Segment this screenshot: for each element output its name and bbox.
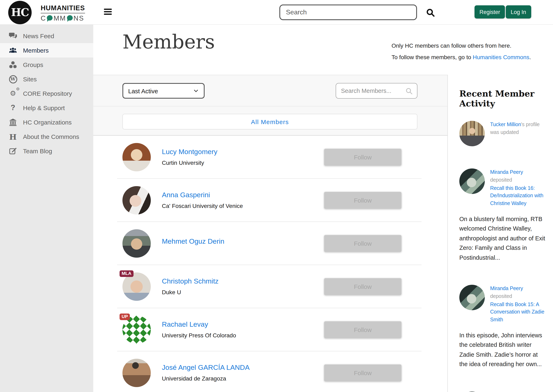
avatar[interactable] (459, 121, 485, 146)
menu-toggle-button[interactable] (104, 9, 112, 16)
follow-button[interactable]: Follow (324, 192, 401, 209)
members-icon (8, 46, 18, 55)
sidebar-item-core-repository[interactable]: ⚙⚙ CORE Repository (0, 86, 93, 101)
members-directory: Last Active All Members (93, 75, 447, 392)
sidebar-item-label: HC Organizations (23, 119, 72, 126)
speech-bubble-icon (67, 15, 73, 21)
member-row: MLA Christoph Schmitz Duke U Follow (117, 265, 422, 308)
gears-icon: ⚙⚙ (8, 89, 18, 98)
top-header: HC HUMANITIES CMMNS Register Log In (0, 0, 553, 25)
member-name-link[interactable]: Anna Gasperini (162, 191, 210, 199)
hc-logo[interactable]: HC (8, 1, 32, 24)
sidebar-item-label: Sites (23, 76, 37, 83)
member-affiliation: Curtin University (162, 159, 324, 166)
activity-item: Tucker Million's profile was updated (459, 121, 546, 146)
pencil-square-icon (8, 146, 18, 156)
avatar[interactable]: MLA (122, 272, 151, 301)
avatar[interactable] (459, 168, 485, 194)
sidebar-item-groups[interactable]: Groups (0, 57, 93, 72)
member-row: José Angel GARCÍA LANDA Universidad de Z… (117, 351, 422, 392)
member-row: UP Rachael Levay University Press Of Col… (117, 308, 422, 351)
activity-deposit-link[interactable]: Recall this Book 15: A Conversation with… (490, 301, 546, 324)
activity-deposit-link[interactable]: Recall this Book 16: De/Industrializatio… (490, 184, 546, 208)
member-name-link[interactable]: Lucy Montgomery (162, 148, 217, 156)
avatar[interactable] (122, 143, 151, 171)
follow-button[interactable]: Follow (324, 148, 401, 165)
site-search-input[interactable] (279, 5, 417, 20)
login-button[interactable]: Log In (506, 5, 531, 19)
member-list: Lucy Montgomery Curtin University Follow… (93, 136, 447, 392)
activity-excerpt: On a blustery fall morning, RTB welcomed… (459, 215, 546, 263)
avatar[interactable]: UP (122, 315, 151, 344)
activity-heading: Recent Member Activity (459, 89, 546, 108)
sidebar-item-label: Team Blog (23, 147, 52, 154)
activity-actor-link[interactable]: Miranda Peery (490, 286, 523, 291)
activity-actor-link[interactable]: Miranda Peery (490, 169, 523, 175)
sidebar-item-members[interactable]: Members (0, 43, 93, 57)
filter-bar: Last Active (93, 75, 447, 106)
activity-item: Miranda Peery deposited Recall this Book… (459, 285, 546, 369)
members-search-box (336, 83, 417, 99)
search-icon[interactable] (426, 8, 435, 17)
activity-action: deposited (490, 177, 512, 183)
sort-order-value: Last Active (128, 87, 158, 94)
humanities-commons-members-page: HC HUMANITIES CMMNS Register Log In News… (0, 0, 553, 392)
question-icon: ? (8, 103, 18, 112)
sidebar-item-help-support[interactable]: ? Help & Support (0, 101, 93, 115)
bank-icon (8, 118, 18, 127)
member-affiliation: Ca' Foscari University of Venice (162, 203, 324, 209)
sidebar-item-team-blog[interactable]: Team Blog (0, 144, 93, 158)
speech-bubble-icon (47, 15, 53, 21)
sort-order-select[interactable]: Last Active (122, 83, 205, 99)
directory-tabs: All Members (93, 106, 447, 136)
avatar[interactable] (122, 358, 151, 387)
member-row: Lucy Montgomery Curtin University Follow (117, 136, 422, 179)
sidebar-item-sites[interactable]: W Sites (0, 72, 93, 86)
members-search-input[interactable] (336, 88, 405, 94)
follow-notice: Only HC members can follow others from h… (392, 42, 531, 65)
member-name-link[interactable]: Christoph Schmitz (162, 277, 219, 286)
page-title-band: Members Only HC members can follow other… (93, 25, 553, 75)
sidebar-item-about-the-commons[interactable]: H About the Commons (0, 129, 93, 144)
activity-item: Miranda Peery deposited Recall this Book… (459, 168, 546, 263)
humanities-commons-link[interactable]: Humanities Commons (473, 54, 529, 60)
sidebar: News Feed Members Groups W Sites ⚙⚙ CORE… (0, 25, 93, 392)
follow-button[interactable]: Follow (324, 321, 401, 338)
follow-button[interactable]: Follow (324, 364, 401, 381)
members-search-icon[interactable] (405, 87, 413, 95)
activity-excerpt: In this episode, John interviews the cel… (459, 331, 546, 369)
tab-all-members[interactable]: All Members (122, 114, 417, 129)
activity-actor-link[interactable]: Tucker Million (490, 122, 521, 127)
logo-line1: HUMANITIES (41, 5, 85, 13)
notice-line2: To follow these members, go to Humanitie… (392, 54, 531, 60)
sidebar-item-label: CORE Repository (23, 90, 72, 97)
member-affiliation: Duke U (162, 289, 324, 295)
up-badge: UP (120, 313, 130, 320)
member-row: Mehmet Oguz Derin Follow (117, 222, 422, 265)
follow-button[interactable]: Follow (324, 278, 401, 295)
recent-activity-panel: Recent Member Activity Tucker Million's … (447, 75, 553, 392)
member-name-link[interactable]: José Angel GARCÍA LANDA (162, 364, 249, 372)
activity-action: deposited (490, 293, 512, 299)
follow-button[interactable]: Follow (324, 235, 401, 252)
member-affiliation: Universidad de Zaragoza (162, 375, 324, 382)
sidebar-item-label: News Feed (23, 32, 54, 39)
avatar[interactable] (459, 285, 485, 310)
avatar[interactable] (122, 229, 151, 257)
member-affiliation: University Press Of Colorado (162, 332, 324, 339)
member-name-link[interactable]: Mehmet Oguz Derin (162, 238, 224, 246)
avatar[interactable] (122, 186, 151, 214)
member-name-link[interactable]: Rachael Levay (162, 321, 208, 329)
register-button[interactable]: Register (475, 5, 505, 19)
sidebar-item-label: Help & Support (23, 104, 65, 111)
cubes-icon (8, 60, 18, 70)
sidebar-item-news-feed[interactable]: News Feed (0, 29, 93, 43)
sidebar-item-label: Groups (23, 61, 43, 68)
logo-line2: CMMNS (41, 14, 85, 21)
page-title: Members (122, 30, 215, 53)
notice-line1: Only HC members can follow others from h… (392, 42, 531, 49)
sidebar-item-label: About the Commons (23, 133, 79, 140)
chevron-down-icon (193, 88, 199, 94)
sidebar-item-hc-organizations[interactable]: HC Organizations (0, 115, 93, 129)
humanities-commons-logo[interactable]: HUMANITIES CMMNS (41, 5, 85, 21)
